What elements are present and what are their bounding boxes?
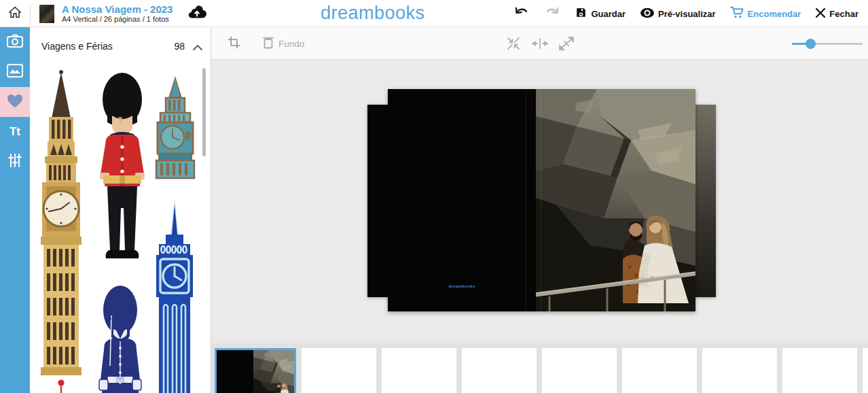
delete-background-button[interactable]: Fundo — [263, 36, 304, 52]
page-thumbnail-blank[interactable] — [863, 348, 868, 393]
tune-icon — [8, 154, 22, 170]
order-button[interactable]: Encomendar — [730, 6, 801, 21]
cart-icon — [730, 6, 744, 21]
heart-icon — [7, 94, 23, 111]
clipart-london-pin-red[interactable] — [57, 379, 65, 393]
save-label: Guardar — [591, 9, 626, 19]
page-thumbnail-blank[interactable] — [782, 348, 857, 393]
text-icon: Tt — [10, 125, 20, 139]
trash-icon — [263, 36, 274, 52]
eye-icon — [640, 7, 655, 20]
order-label: Encomendar — [748, 9, 801, 19]
close-icon — [815, 7, 826, 20]
redo-button[interactable] — [544, 6, 560, 21]
save-icon — [575, 6, 587, 21]
clipart-category-header[interactable]: Viagens e Férias 98 — [30, 27, 211, 65]
crop-button[interactable] — [227, 35, 241, 52]
page-thumbnail-blank[interactable] — [382, 348, 456, 393]
clipart-category-title: Viagens e Férias — [41, 41, 113, 52]
zoom-slider-thumb[interactable] — [806, 39, 816, 49]
cover-photo-image — [536, 89, 695, 311]
zoom-slider-track[interactable] — [792, 43, 863, 45]
preview-label: Pré-visualizar — [658, 9, 716, 19]
sidebar-item-cliparts[interactable] — [0, 87, 30, 117]
thumbnail-front-cover — [253, 350, 294, 393]
background-label: Fundo — [278, 39, 304, 49]
save-button[interactable]: Guardar — [575, 6, 626, 21]
sidebar-item-photos[interactable] — [0, 27, 30, 57]
split-horizontal-icon[interactable] — [532, 37, 548, 50]
project-specs: A4 Vertical / 26 páginas / 1 fotos — [62, 15, 173, 24]
crop-icon — [227, 35, 241, 52]
clipart-big-ben-blue-tower[interactable] — [151, 199, 198, 393]
collapse-diagonal-icon[interactable] — [506, 36, 521, 51]
page-filmstrip — [211, 343, 868, 393]
cloud-sync-button[interactable] — [187, 5, 206, 22]
close-label: Fechar — [829, 9, 858, 19]
page-thumbnail-cover-selected[interactable] — [215, 348, 296, 393]
book-canvas[interactable]: dreambooks — [211, 60, 868, 343]
zoom-slider[interactable] — [792, 27, 863, 60]
home-button[interactable] — [0, 0, 30, 27]
dreambooks-logo: dreambooks — [321, 3, 425, 24]
cover-fold-line — [541, 89, 541, 311]
project-title[interactable]: A Nossa Viagem - 2023 — [62, 3, 173, 15]
chevron-up-icon[interactable] — [193, 41, 202, 53]
top-bar: A Nossa Viagem - 2023 A4 Vertical / 26 p… — [0, 0, 868, 27]
image-icon — [7, 64, 23, 80]
photobook-editor: A Nossa Viagem - 2023 A4 Vertical / 26 p… — [0, 0, 868, 393]
cover-brand-logo: dreambooks — [388, 284, 536, 288]
panel-scrollbar[interactable] — [202, 68, 206, 156]
spine-fold-line — [526, 89, 526, 311]
expand-diagonal-icon[interactable] — [559, 36, 574, 51]
undo-button[interactable] — [513, 6, 530, 21]
home-icon — [7, 5, 22, 22]
sidebar-item-text[interactable]: Tt — [0, 117, 30, 147]
clipart-category-count: 98 — [174, 41, 185, 52]
project-thumbnail[interactable] — [39, 5, 54, 23]
front-cover-photo[interactable] — [536, 89, 695, 311]
page-thumbnail-blank[interactable] — [622, 348, 697, 393]
undo-icon — [513, 6, 530, 21]
page-thumbnail-blank[interactable] — [542, 348, 617, 393]
work-zone: Fundo — [211, 27, 868, 393]
back-cover-page[interactable]: dreambooks — [388, 89, 536, 311]
clipart-panel: Viagens e Férias 98 — [30, 27, 211, 393]
clipart-big-ben-teal[interactable] — [152, 75, 198, 180]
sidebar-item-settings[interactable] — [0, 147, 30, 177]
sidebar-item-layouts[interactable] — [0, 57, 30, 87]
cloud-upload-icon — [187, 5, 206, 22]
page-thumbnail-blank[interactable] — [302, 348, 376, 393]
page-thumbnail-blank[interactable] — [702, 348, 777, 393]
camera-icon — [7, 34, 23, 50]
redo-icon — [544, 6, 560, 21]
clipart-royal-guard-navy[interactable] — [94, 284, 147, 393]
page-thumbnail-blank[interactable] — [462, 348, 537, 393]
clipart-big-ben-gold[interactable] — [39, 69, 83, 379]
close-button[interactable]: Fechar — [815, 7, 858, 20]
tool-sidebar: Tt — [0, 27, 30, 393]
preview-button[interactable]: Pré-visualizar — [640, 7, 716, 20]
clipart-royal-guard-red[interactable] — [91, 72, 153, 279]
canvas-toolbar: Fundo — [211, 27, 868, 60]
cover-spread: dreambooks — [388, 89, 695, 311]
filmstrip-track — [215, 348, 868, 393]
divider — [30, 4, 31, 23]
thumbnail-back-cover — [217, 350, 253, 393]
